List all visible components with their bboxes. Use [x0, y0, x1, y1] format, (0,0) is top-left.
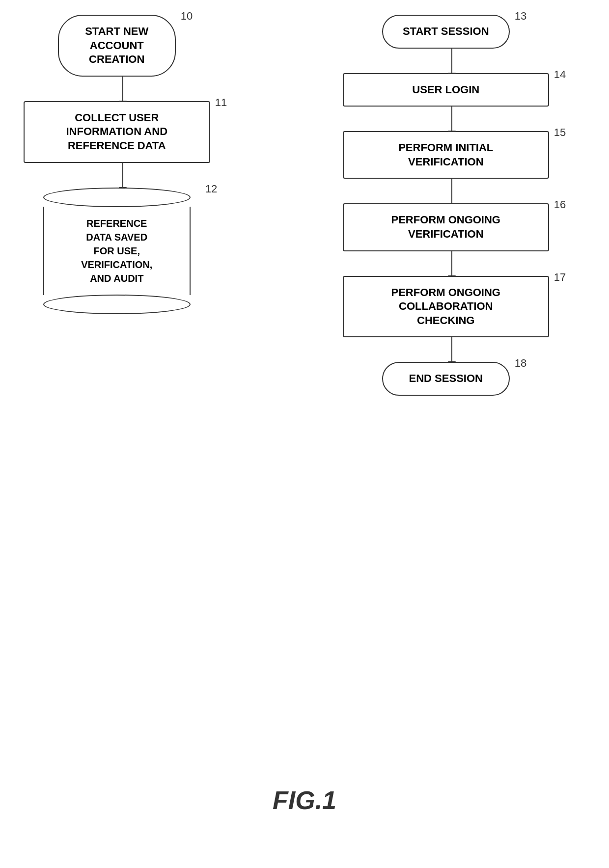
ref-12: 12 — [205, 183, 217, 195]
ref-13: 13 — [515, 10, 526, 23]
node-13-text: START SESSION — [403, 25, 489, 37]
arrow-10-11 — [122, 77, 123, 101]
arrow-13-14 — [451, 49, 452, 73]
cyl-body: REFERENCE DATA SAVED FOR USE, VERIFICATI… — [43, 207, 191, 295]
node-14-user-login: USER LOGIN — [343, 73, 549, 107]
arrow-11-12 — [122, 163, 123, 188]
ref-18: 18 — [515, 357, 526, 370]
node-17-collaboration-checking: PERFORM ONGOING COLLABORATION CHECKING — [343, 276, 549, 338]
node-15-text: PERFORM INITIAL VERIFICATION — [398, 141, 493, 168]
node-11-collect: COLLECT USER INFORMATION AND REFERENCE D… — [24, 101, 210, 163]
figure-caption: FIG.1 — [273, 786, 336, 815]
arrow-14-15 — [451, 107, 452, 131]
node-15-initial-verification: PERFORM INITIAL VERIFICATION — [343, 131, 549, 179]
node-18-text: END SESSION — [409, 372, 483, 384]
ref-14: 14 — [554, 68, 566, 81]
right-column: START SESSION 13 USER LOGIN 14 PERFORM I… — [314, 15, 589, 396]
ref-17: 17 — [554, 271, 566, 284]
node-11-text: COLLECT USER INFORMATION AND REFERENCE D… — [66, 111, 167, 152]
diagram: START NEW ACCOUNT CREATION 10 COLLECT US… — [0, 0, 609, 835]
cyl-bottom — [43, 295, 191, 314]
ref-15: 15 — [554, 126, 566, 139]
left-column: START NEW ACCOUNT CREATION 10 COLLECT US… — [15, 15, 231, 314]
ref-16: 16 — [554, 198, 566, 211]
node-18-end-session: END SESSION — [382, 362, 510, 396]
node-12-text: REFERENCE DATA SAVED FOR USE, VERIFICATI… — [81, 217, 152, 285]
cyl-top — [43, 188, 191, 207]
node-13-start-session: START SESSION — [382, 15, 510, 49]
node-16-ongoing-verification: PERFORM ONGOING VERIFICATION — [343, 203, 549, 251]
node-10-text: START NEW ACCOUNT CREATION — [85, 25, 148, 65]
arrow-16-17 — [451, 251, 452, 276]
node-10-start: START NEW ACCOUNT CREATION — [58, 15, 176, 77]
ref-10: 10 — [181, 10, 193, 23]
node-12-database: REFERENCE DATA SAVED FOR USE, VERIFICATI… — [33, 188, 200, 314]
arrow-17-18 — [451, 337, 452, 362]
node-17-text: PERFORM ONGOING COLLABORATION CHECKING — [391, 286, 500, 326]
node-16-text: PERFORM ONGOING VERIFICATION — [391, 214, 500, 240]
ref-11: 11 — [215, 96, 227, 109]
node-14-text: USER LOGIN — [412, 83, 479, 96]
node-12-database-wrapper: REFERENCE DATA SAVED FOR USE, VERIFICATI… — [33, 188, 212, 314]
arrow-15-16 — [451, 179, 452, 203]
